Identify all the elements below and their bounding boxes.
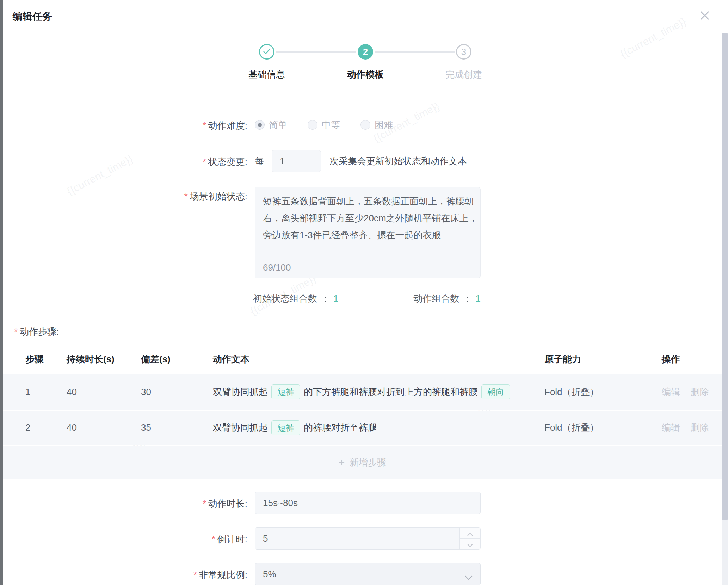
state-change-row: 每 1 次采集会更新初始状态和动作文本 bbox=[255, 150, 467, 172]
cell-deviation: 35 bbox=[141, 411, 151, 445]
step-connector bbox=[375, 51, 455, 53]
action-combo-count: 动作组合数：1 bbox=[414, 292, 481, 305]
textarea-line: 右，离头部视野下方至少20cm之外随机平铺在床上， bbox=[263, 210, 473, 227]
action-duration-input[interactable]: 15s~80s bbox=[255, 492, 481, 514]
cell-ability: Fold（折叠） bbox=[544, 374, 599, 410]
edit-task-dialog: { "dialog": { "title": "编辑任务" }, "waterm… bbox=[0, 0, 728, 585]
close-icon bbox=[699, 10, 710, 22]
add-step-label: 新增步骤 bbox=[350, 456, 386, 469]
add-step-button[interactable]: + 新增步骤 bbox=[3, 446, 722, 479]
cell-ability: Fold（折叠） bbox=[544, 411, 599, 445]
col-header-duration: 持续时长(s) bbox=[67, 353, 115, 365]
required-asterisk: * bbox=[14, 326, 18, 337]
radio-option-hard[interactable]: 困难 bbox=[360, 119, 393, 131]
step-connector bbox=[276, 51, 356, 53]
unusual-ratio-label: *非常规比例: bbox=[106, 569, 247, 581]
initial-state-combo-count: 初始状态组合数：1 bbox=[253, 292, 338, 305]
step-number: 3 bbox=[461, 47, 466, 57]
modal-edge-strip bbox=[0, 0, 3, 585]
edit-link[interactable]: 编辑 bbox=[662, 386, 680, 398]
textarea-line: 旁边放有1-3件已经叠整齐、摞在一起的衣服 bbox=[263, 227, 473, 244]
required-asterisk: * bbox=[203, 156, 206, 167]
action-text-segment: 双臂协同抓起 bbox=[213, 386, 268, 398]
radio-option-easy[interactable]: 简单 bbox=[255, 119, 287, 131]
chevron-up-icon bbox=[467, 528, 473, 538]
state-change-input[interactable]: 1 bbox=[272, 150, 321, 172]
required-asterisk: * bbox=[203, 498, 206, 509]
char-counter: 69/100 bbox=[263, 262, 291, 273]
cell-operations: 编辑 删除 bbox=[662, 374, 709, 410]
action-steps-label: *动作步骤: bbox=[14, 326, 59, 338]
radio-icon bbox=[308, 120, 317, 130]
cell-operations: 编辑 删除 bbox=[662, 411, 709, 445]
orientation-tag: 朝向 bbox=[481, 384, 510, 399]
check-icon bbox=[263, 48, 271, 56]
table-row: 1 40 30 双臂协同抓起 短裤 的下方裤腿和裤腰对折到上方的裤腿和裤腰 朝向… bbox=[3, 374, 722, 410]
plus-icon: + bbox=[339, 457, 345, 469]
cell-action-text: 双臂协同抓起 短裤 的裤腰对折至裤腿 bbox=[213, 411, 377, 445]
step-1-circle bbox=[259, 44, 274, 60]
col-header-deviation: 偏差(s) bbox=[141, 353, 171, 365]
initial-state-label: *场景初始状态: bbox=[106, 190, 247, 203]
cell-step: 1 bbox=[25, 374, 30, 410]
header-divider bbox=[3, 33, 728, 33]
action-duration-label: *动作时长: bbox=[106, 498, 247, 510]
initial-state-textarea[interactable]: 短裤五条数据背面朝上，五条数据正面朝上，裤腰朝 右，离头部视野下方至少20cm之… bbox=[255, 187, 481, 278]
difficulty-label: *动作难度: bbox=[106, 119, 247, 132]
required-asterisk: * bbox=[184, 191, 188, 202]
radio-label: 简单 bbox=[269, 119, 287, 131]
radio-label: 中等 bbox=[322, 119, 340, 131]
countdown-value: 5 bbox=[263, 533, 268, 544]
chevron-down-icon bbox=[465, 572, 473, 583]
number-spinner bbox=[459, 528, 480, 549]
increment-button[interactable] bbox=[460, 528, 480, 539]
close-button[interactable] bbox=[698, 10, 711, 23]
countdown-input[interactable]: 5 bbox=[255, 527, 481, 550]
col-header-operation: 操作 bbox=[662, 353, 680, 365]
col-header-ability: 原子能力 bbox=[544, 353, 581, 365]
cell-deviation: 30 bbox=[141, 374, 151, 410]
step-2-label: 动作模板 bbox=[327, 68, 404, 81]
object-tag: 短裤 bbox=[271, 384, 300, 399]
action-text-segment: 的下方裤腿和裤腰对折到上方的裤腿和裤腰 bbox=[304, 386, 478, 398]
cell-duration: 40 bbox=[67, 411, 77, 445]
difficulty-radio-group: 简单 中等 困难 bbox=[255, 118, 393, 131]
required-asterisk: * bbox=[212, 534, 215, 544]
unusual-ratio-value: 5% bbox=[263, 569, 276, 580]
state-change-prefix: 每 bbox=[255, 155, 264, 167]
step-3-label: 完成创建 bbox=[425, 68, 502, 81]
delete-link[interactable]: 删除 bbox=[691, 386, 709, 398]
unusual-ratio-select[interactable]: 5% bbox=[255, 563, 481, 585]
scrollbar-track[interactable] bbox=[722, 33, 728, 585]
delete-link[interactable]: 删除 bbox=[691, 421, 709, 434]
required-asterisk: * bbox=[203, 120, 206, 131]
table-row: 2 40 35 双臂协同抓起 短裤 的裤腰对折至裤腿 Fold（折叠） 编辑 删… bbox=[3, 411, 722, 445]
col-header-step: 步骤 bbox=[25, 353, 44, 365]
cell-duration: 40 bbox=[67, 374, 77, 410]
state-change-suffix: 次采集会更新初始状态和动作文本 bbox=[329, 155, 467, 167]
radio-icon bbox=[360, 120, 370, 130]
radio-selected-icon bbox=[255, 120, 265, 130]
step-1-label: 基础信息 bbox=[228, 68, 306, 81]
countdown-label: *倒计时: bbox=[106, 533, 247, 546]
radio-option-medium[interactable]: 中等 bbox=[308, 119, 340, 131]
col-header-action-text: 动作文本 bbox=[213, 353, 249, 365]
action-text-segment: 双臂协同抓起 bbox=[213, 421, 268, 434]
scrollbar-thumb[interactable] bbox=[722, 33, 728, 520]
step-number: 2 bbox=[363, 47, 368, 57]
decrement-button[interactable] bbox=[460, 539, 480, 550]
action-text-segment: 的裤腰对折至裤腿 bbox=[304, 421, 377, 434]
textarea-line: 短裤五条数据背面朝上，五条数据正面朝上，裤腰朝 bbox=[263, 193, 473, 210]
action-duration-value: 15s~80s bbox=[263, 498, 298, 509]
edit-link[interactable]: 编辑 bbox=[662, 421, 680, 434]
object-tag: 短裤 bbox=[271, 420, 300, 435]
state-change-label: *状态变更: bbox=[106, 156, 247, 168]
step-2-circle: 2 bbox=[358, 44, 373, 60]
cell-step: 2 bbox=[25, 411, 30, 445]
radio-label: 困难 bbox=[375, 119, 393, 131]
required-asterisk: * bbox=[193, 569, 197, 580]
dialog-title: 编辑任务 bbox=[13, 10, 52, 23]
step-3-circle: 3 bbox=[456, 44, 471, 60]
watermark-text: {{current_time}} bbox=[618, 15, 688, 60]
cell-action-text: 双臂协同抓起 短裤 的下方裤腿和裤腰对折到上方的裤腿和裤腰 朝向 bbox=[213, 374, 510, 410]
